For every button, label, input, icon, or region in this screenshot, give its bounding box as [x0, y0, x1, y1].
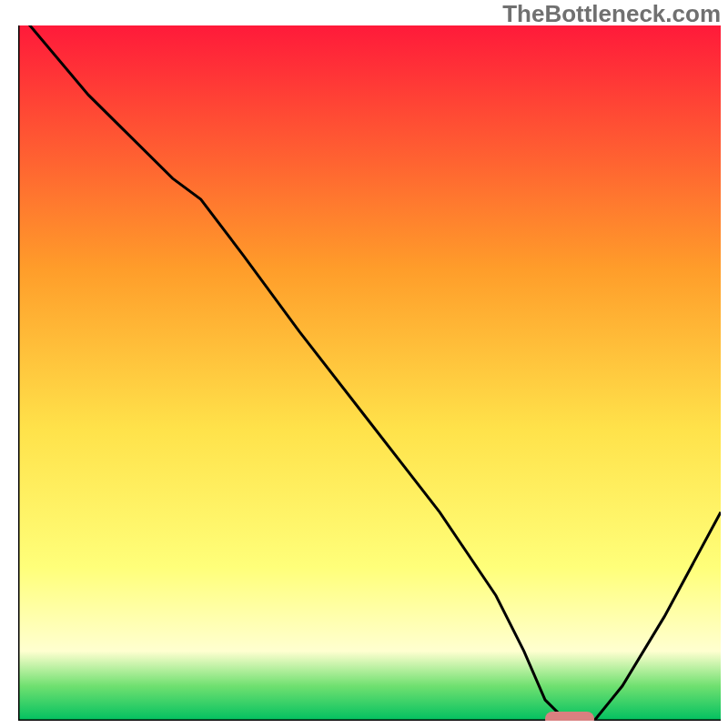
optimal-range-marker [545, 712, 594, 721]
chart-plot-area [18, 25, 721, 721]
watermark-text: TheBottleneck.com [502, 0, 721, 28]
chart-svg [18, 25, 721, 721]
